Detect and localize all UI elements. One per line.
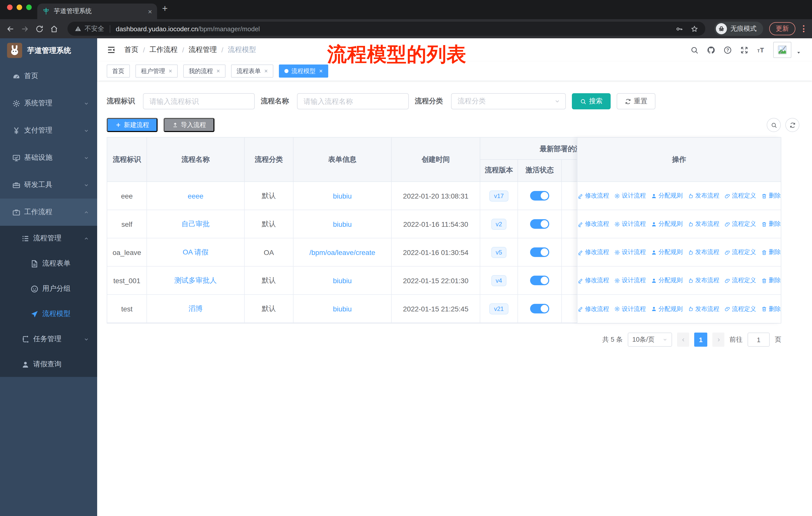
breadcrumb-workflow[interactable]: 工作流程 <box>149 45 178 54</box>
active-toggle[interactable] <box>530 276 549 285</box>
sidebar-item-process-management[interactable]: 流程管理 <box>0 226 97 251</box>
op-process-definition[interactable]: 流程定义 <box>724 248 756 256</box>
op-edit-process[interactable]: 修改流程 <box>577 276 609 285</box>
sidebar-item-system[interactable]: 系统管理 <box>0 90 97 117</box>
password-key-icon[interactable] <box>675 25 683 32</box>
op-assign-rule[interactable]: 分配规则 <box>651 305 683 313</box>
op-delete[interactable]: 删除 <box>761 220 781 228</box>
tag-close-icon[interactable]: × <box>264 67 268 75</box>
reload-icon[interactable] <box>35 24 44 33</box>
op-delete[interactable]: 删除 <box>761 248 781 256</box>
op-publish-process[interactable]: 发布流程 <box>688 220 719 228</box>
op-publish-process[interactable]: 发布流程 <box>688 248 719 256</box>
op-process-definition[interactable]: 流程定义 <box>724 276 756 285</box>
sidebar-item-task-management[interactable]: 任务管理 <box>0 327 97 352</box>
op-publish-process[interactable]: 发布流程 <box>688 276 719 285</box>
close-window-button[interactable] <box>7 4 12 10</box>
sidebar-item-infra[interactable]: 基础设施 <box>0 144 97 171</box>
process-name-input[interactable] <box>297 93 409 109</box>
op-delete[interactable]: 删除 <box>761 276 781 285</box>
home-icon[interactable] <box>50 24 58 33</box>
form-info-link[interactable]: biubiu <box>333 192 352 200</box>
form-info-link[interactable]: biubiu <box>333 276 352 284</box>
op-delete[interactable]: 删除 <box>761 191 781 200</box>
github-icon[interactable] <box>707 46 715 54</box>
next-page-button[interactable] <box>712 332 724 347</box>
import-process-button[interactable]: 导入流程 <box>164 118 214 132</box>
current-page[interactable]: 1 <box>694 332 707 347</box>
avatar-caret-down-icon[interactable] <box>796 50 801 55</box>
process-name-link[interactable]: 滔博 <box>188 304 203 313</box>
op-process-definition[interactable]: 流程定义 <box>724 191 756 200</box>
sidebar-item-process-form[interactable]: 流程表单 <box>0 251 97 276</box>
tag-process-form[interactable]: 流程表单× <box>231 64 273 78</box>
process-category-select[interactable]: 流程分类 <box>451 93 566 109</box>
tag-my-process[interactable]: 我的流程× <box>183 64 226 78</box>
op-assign-rule[interactable]: 分配规则 <box>651 220 683 228</box>
process-name-link[interactable]: 自己审批 <box>181 219 210 228</box>
op-delete[interactable]: 删除 <box>761 305 781 313</box>
sidebar-item-home[interactable]: 首页 <box>0 62 97 90</box>
sidebar-item-devtools[interactable]: 研发工具 <box>0 171 97 198</box>
search-button[interactable]: 搜索 <box>572 93 611 109</box>
page-size-select[interactable]: 10条/页 <box>628 332 672 347</box>
op-design-process[interactable]: 设计流程 <box>614 191 646 200</box>
form-info-link[interactable]: biubiu <box>333 305 352 313</box>
prev-page-button[interactable] <box>677 332 689 347</box>
op-design-process[interactable]: 设计流程 <box>614 276 646 285</box>
op-edit-process[interactable]: 修改流程 <box>577 191 609 200</box>
sidebar-item-payment[interactable]: 支付管理 <box>0 117 97 144</box>
reset-button[interactable]: 重置 <box>617 93 656 109</box>
goto-page-input[interactable] <box>748 332 770 347</box>
tab-close-icon[interactable]: × <box>148 7 152 16</box>
process-name-link[interactable]: eeee <box>188 192 203 200</box>
op-design-process[interactable]: 设计流程 <box>614 220 646 228</box>
op-assign-rule[interactable]: 分配规则 <box>651 248 683 256</box>
maximize-window-button[interactable] <box>26 4 32 10</box>
back-icon[interactable] <box>6 24 14 33</box>
op-assign-rule[interactable]: 分配规则 <box>651 191 683 200</box>
address-bar[interactable]: 不安全 dashboard.yudao.iocoder.cn /bpm/mana… <box>67 22 705 36</box>
active-toggle[interactable] <box>530 304 549 314</box>
form-info-link[interactable]: biubiu <box>333 220 352 228</box>
search-icon[interactable] <box>690 46 699 54</box>
breadcrumb-home[interactable]: 首页 <box>124 45 139 54</box>
tag-process-model[interactable]: 流程模型× <box>279 64 328 78</box>
op-edit-process[interactable]: 修改流程 <box>577 248 609 256</box>
sidebar-fold-icon[interactable] <box>107 45 116 54</box>
refresh-table-button[interactable] <box>785 118 800 132</box>
sidebar-item-process-model[interactable]: 流程模型 <box>0 301 97 327</box>
op-edit-process[interactable]: 修改流程 <box>577 305 609 313</box>
active-toggle[interactable] <box>530 191 549 200</box>
process-name-link[interactable]: OA 请假 <box>183 248 209 257</box>
op-design-process[interactable]: 设计流程 <box>614 248 646 256</box>
forward-icon[interactable] <box>21 24 29 33</box>
active-toggle[interactable] <box>530 219 549 229</box>
tag-tenant[interactable]: 租户管理× <box>136 64 178 78</box>
user-avatar[interactable] <box>773 42 791 58</box>
op-publish-process[interactable]: 发布流程 <box>688 191 719 200</box>
help-icon[interactable] <box>723 46 732 54</box>
op-publish-process[interactable]: 发布流程 <box>688 305 719 313</box>
sidebar-item-workflow[interactable]: 工作流程 <box>0 198 97 226</box>
browser-update-button[interactable]: 更新 <box>769 22 795 35</box>
op-assign-rule[interactable]: 分配规则 <box>651 276 683 285</box>
font-size-icon[interactable] <box>757 46 765 54</box>
sidebar-item-user-group[interactable]: 用户分组 <box>0 276 97 301</box>
browser-menu-icon[interactable] <box>802 25 806 32</box>
op-process-definition[interactable]: 流程定义 <box>724 220 756 228</box>
minimize-window-button[interactable] <box>17 4 22 10</box>
tag-home[interactable]: 首页 <box>107 64 130 78</box>
browser-tab[interactable]: 芋道管理系统 × <box>37 3 157 19</box>
tag-close-icon[interactable]: × <box>169 67 172 75</box>
process-name-link[interactable]: 测试多审批人 <box>174 276 217 285</box>
tag-close-icon[interactable]: × <box>319 67 323 75</box>
breadcrumb-process-management[interactable]: 流程管理 <box>189 45 217 54</box>
op-edit-process[interactable]: 修改流程 <box>577 220 609 228</box>
op-process-definition[interactable]: 流程定义 <box>724 305 756 313</box>
toggle-search-button[interactable] <box>767 118 781 132</box>
tag-close-icon[interactable]: × <box>216 67 220 75</box>
op-design-process[interactable]: 设计流程 <box>614 305 646 313</box>
bookmark-star-icon[interactable] <box>691 25 698 32</box>
process-id-input[interactable] <box>143 93 255 109</box>
